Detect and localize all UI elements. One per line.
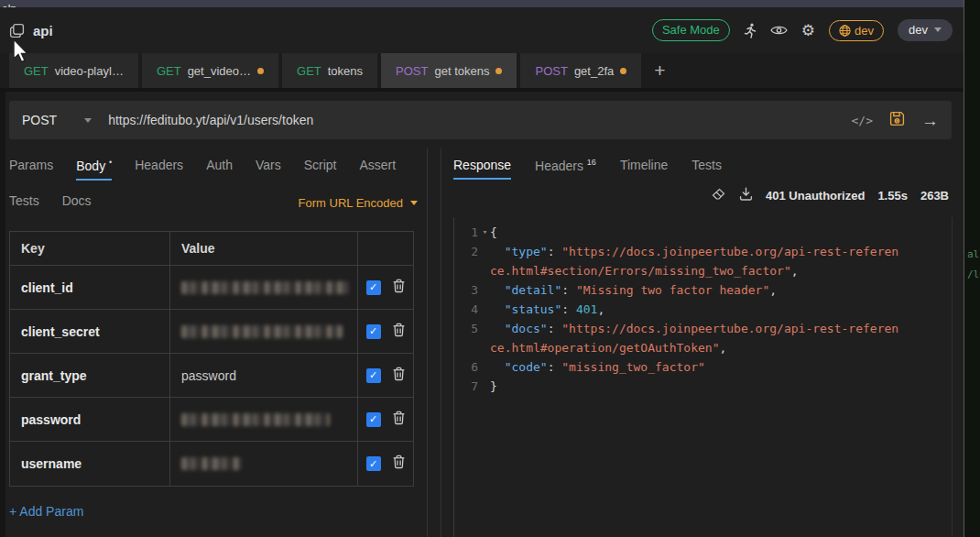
url-input[interactable]: https://feditubo.yt/api/v1/users/token [108,113,851,127]
param-key-input[interactable]: client_id [21,280,73,295]
code-line: 6 "code": "missing_two_factor" [454,357,964,377]
chevron-down-icon[interactable] [84,118,92,123]
safe-mode-badge[interactable]: Safe Mode [652,19,730,41]
collection-name: api [33,23,53,38]
new-tab-button[interactable]: + [645,60,674,82]
request-tab-bar: GET video-playl… GET get_video… GET toke… [0,53,964,88]
fold-caret-icon [478,377,490,396]
unsaved-dot-icon [495,68,502,74]
column-header-key: Key [10,232,170,265]
method-dropdown[interactable]: POST [22,113,57,127]
clear-response-icon[interactable] [712,188,726,204]
trash-icon[interactable] [392,323,406,341]
generate-code-icon[interactable]: </> [852,114,873,127]
param-value-input[interactable]: password [181,368,236,383]
tab-response[interactable]: Response [453,158,511,180]
body-mode-dropdown[interactable]: Form URL Encoded [299,196,418,210]
mouse-cursor [12,38,30,68]
tab-docs[interactable]: Docs [62,193,92,214]
save-icon[interactable] [889,111,905,130]
code-line: 2 "type": "https://docs.joinpeertube.org… [454,242,964,261]
fold-caret-icon[interactable]: ▾ [478,223,490,242]
header-actions: Safe Mode ⚙ [652,19,953,41]
param-key-input[interactable]: password [21,412,81,427]
tab-body[interactable]: Body • [76,158,112,181]
request-tab[interactable]: POST get_2fa [520,53,641,88]
param-enabled-checkbox[interactable]: ✓ [366,412,381,427]
tab-vars[interactable]: Vars [256,158,281,181]
fold-caret-icon [478,261,490,280]
tab-tests[interactable]: Tests [9,193,39,214]
param-enabled-checkbox[interactable]: ✓ [366,324,381,339]
tab-headers[interactable]: Headers [135,158,183,181]
urlbar-actions: </> → [852,111,939,130]
collection-icon [9,23,25,38]
eye-icon[interactable] [770,24,788,37]
tab-assert[interactable]: Assert [359,158,396,181]
param-key-input[interactable]: grant_type [21,368,87,383]
column-header-value: Value [170,232,358,265]
request-tab-name: get_video… [188,64,251,78]
unsaved-dot-icon [620,68,626,74]
param-key-input[interactable]: username [21,456,82,471]
editor-scrollbar-track[interactable] [952,217,953,537]
param-enabled-checkbox[interactable]: ✓ [366,456,381,471]
request-pane: Params Body • Headers Auth Vars Script A… [5,148,428,537]
param-enabled-checkbox[interactable]: ✓ [366,368,381,383]
response-size: 263B [920,189,949,203]
request-tab-active[interactable]: POST get tokens [381,53,517,88]
chevron-down-icon [934,27,942,32]
param-value-redacted[interactable] [181,325,343,338]
table-row: username ✓ [10,442,413,486]
chevron-down-icon [410,201,418,205]
headers-count-badge: 16 [587,158,596,167]
param-value-redacted[interactable] [181,457,242,470]
body-dirty-dot: • [109,158,112,167]
method-label: GET [157,64,181,78]
request-tab-name: video-playl… [55,64,124,78]
param-enabled-checkbox[interactable]: ✓ [366,280,381,295]
table-row: client_id ✓ [10,266,413,310]
gear-icon[interactable]: ⚙ [801,23,815,38]
tab-script[interactable]: Script [304,158,337,181]
params-table-header: Key Value [10,232,413,266]
request-tab[interactable]: GET tokens [282,53,377,88]
code-line: ce.html#section/Errors/missing_two_facto… [454,261,964,280]
tab-auth[interactable]: Auth [206,158,233,181]
send-request-icon[interactable]: → [921,112,939,129]
pane-resize-handle[interactable] [428,148,441,537]
trash-icon[interactable] [392,411,406,429]
body-mode-label: Form URL Encoded [299,196,403,210]
request-tab[interactable]: GET get_video… [142,53,278,88]
trash-icon[interactable] [392,455,406,473]
param-key-input[interactable]: client_secret [21,324,100,339]
menubar[interactable]: elp [0,0,964,7]
tab-response-headers[interactable]: Headers 16 [535,158,596,180]
fold-caret-icon [478,319,490,338]
environment-badge[interactable]: dev [829,20,884,41]
tab-timeline[interactable]: Timeline [620,158,668,180]
download-response-icon[interactable] [739,187,753,204]
param-value-redacted[interactable] [181,281,348,294]
table-row: password ✓ [10,398,413,442]
app-header: api Safe Mode ⚙ [0,7,964,53]
url-bar[interactable]: POST https://feditubo.yt/api/v1/users/to… [9,101,952,139]
code-line: ce.html#operation/getOAuthToken", [454,338,964,357]
method-label: GET [297,64,321,78]
tab-params[interactable]: Params [9,158,53,181]
environment-selector[interactable]: dev [898,19,953,41]
add-param-button[interactable]: + Add Param [9,504,83,519]
trash-icon[interactable] [392,279,406,297]
fold-caret-icon [478,357,490,377]
environment-badge-label: dev [855,24,874,38]
environment-selector-label: dev [909,23,928,37]
response-body-editor[interactable]: 1▾{2 "type": "https://docs.joinpeertube.… [453,217,964,537]
param-value-redacted[interactable] [181,413,330,426]
response-status-bar: 401 Unauthorized 1.55s 263B [441,180,964,204]
request-tab-name: get_2fa [574,64,614,78]
runner-icon[interactable] [744,23,757,38]
request-tab-name: get tokens [434,64,489,78]
trash-icon[interactable] [392,367,406,385]
tab-response-tests[interactable]: Tests [691,158,722,180]
background-code-fragment: /lo [967,268,980,280]
